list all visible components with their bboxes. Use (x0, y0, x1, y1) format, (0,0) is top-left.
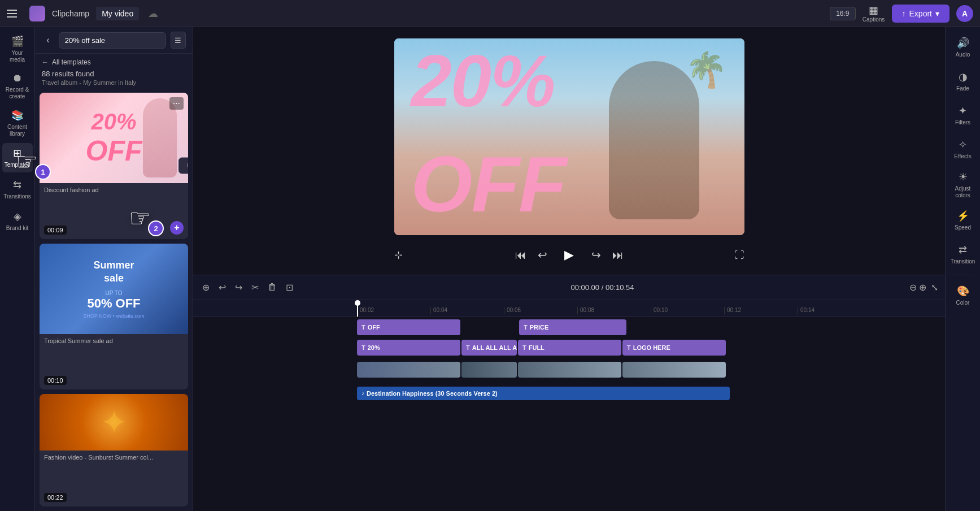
record-icon: ⏺ (12, 72, 23, 84)
sidebar-item-your-media[interactable]: 🎬 Your media (2, 32, 33, 67)
clip-off[interactable]: T OFF (357, 319, 460, 335)
left-sidebar: 🎬 Your media ⏺ Record & create 📚 Content… (0, 27, 35, 511)
template-card-summer[interactable]: Summer sale UP TO 50% OFF SHOP NOW • web… (40, 244, 188, 390)
adjust-colors-label: Adjust colors (950, 185, 976, 199)
clip-full[interactable]: T FULL (518, 340, 621, 356)
fade-label: Fade (956, 85, 969, 92)
ruler-mark: 00:12 (724, 307, 798, 314)
sidebar-item-record[interactable]: ⏺ Record & create (2, 69, 33, 103)
ruler-mark: 00:10 (651, 307, 724, 314)
crop-button[interactable]: ⊹ (394, 249, 403, 261)
right-sidebar-color[interactable]: 🎨 Color (948, 280, 978, 311)
forward-button[interactable]: ↪ (591, 248, 601, 262)
lock-button[interactable]: ⊡ (284, 280, 295, 295)
template-card-fashion[interactable]: 20% OFF ··· 00:09 + Discount fashion ad … (40, 93, 188, 239)
canvas-area: 🌴 20% OFF ⊹ ⏮ ↩ ▶ ↪ ⏭ ⛶ (193, 27, 945, 275)
add-media-button[interactable]: ⊕ (200, 280, 212, 295)
audio-clip[interactable]: ♪ Destination Happiness (30 Seconds Vers… (357, 387, 730, 400)
clip-20[interactable]: T 20% (357, 340, 460, 356)
right-sidebar-filters[interactable]: ✦ Filters (948, 99, 978, 131)
sidebar-divider (952, 275, 974, 275)
video-clip-2[interactable] (461, 362, 517, 378)
templates-icon: ⊞ (13, 147, 21, 159)
video-thumb-3 (518, 362, 621, 378)
zoom-out-button[interactable]: ⊖ (909, 282, 917, 293)
fashion-text-20: 20% (91, 109, 136, 135)
sidebar-item-templates[interactable]: ⊞ Templates (2, 143, 33, 172)
clip-logo[interactable]: T LOGO HERE (622, 340, 726, 356)
video-clip-3[interactable] (518, 362, 621, 378)
summer-sale-text: Summer sale (93, 259, 134, 285)
template-label: Tropical Summer sale ad (40, 334, 188, 348)
main-area: 🎬 Your media ⏺ Record & create 📚 Content… (0, 27, 980, 511)
hamburger-menu[interactable] (7, 6, 23, 21)
play-button[interactable]: ▶ (559, 244, 580, 266)
video-clip-4[interactable] (622, 362, 726, 378)
template-add-button[interactable]: + (170, 221, 184, 235)
fullscreen-button[interactable]: ⛶ (734, 249, 744, 261)
audio-clips: ♪ Destination Happiness (30 Seconds Vers… (357, 384, 945, 402)
music-note-icon: ♪ (361, 390, 364, 396)
ruler-mark: 00:06 (504, 307, 577, 314)
right-sidebar-speed[interactable]: ⚡ Speed (948, 205, 978, 236)
sidebar-item-transitions[interactable]: ⇆ Transitions (2, 175, 33, 204)
filter-button[interactable]: ☰ (171, 32, 186, 49)
template-label: Discount fashion ad (40, 183, 188, 197)
sidebar-item-label: Transitions (3, 193, 31, 200)
right-sidebar-effects[interactable]: ✧ Effects (948, 133, 978, 165)
fifty-off-text: 50% OFF (87, 296, 140, 311)
timeline-tracks: T OFF T PRICE (193, 317, 945, 512)
video-thumb-2 (461, 362, 517, 378)
sidebar-item-brand-kit[interactable]: ◈ Brand kit (2, 206, 33, 236)
export-button[interactable]: ↑ Export ▾ (892, 5, 949, 23)
template-menu-button[interactable]: ··· (169, 97, 184, 110)
app-logo (29, 6, 45, 21)
right-sidebar-adjust-colors[interactable]: ☀ Adjust colors (948, 167, 978, 202)
template-card-sunburst[interactable]: ✦ 00:22 Fashion video - Sunburst Summer … (40, 394, 188, 506)
zoom-in-button[interactable]: ⊕ (919, 282, 926, 293)
text-clip-icon: T (466, 344, 470, 351)
right-sidebar-transition[interactable]: ⇄ Transition (948, 239, 978, 270)
captions-button[interactable]: ▦ Captions (863, 4, 885, 23)
rewind-button[interactable]: ↩ (538, 248, 547, 262)
color-icon: 🎨 (957, 285, 969, 297)
right-sidebar-fade[interactable]: ◑ Fade (948, 66, 978, 97)
video-title[interactable]: My video (96, 7, 139, 20)
skip-forward-button[interactable]: ⏭ (612, 249, 624, 262)
timeline-ruler: 00:02 00:04 00:06 00:08 00:10 00:12 00:1… (193, 300, 945, 317)
content-library-icon: 📚 (11, 109, 24, 122)
cut-button[interactable]: ✂ (249, 280, 261, 295)
template-thumb-fashion: 20% OFF (40, 93, 188, 183)
template-thumb-sunburst: ✦ (40, 394, 188, 451)
video-track-row (193, 358, 945, 382)
app-title: Clipchamp (52, 9, 89, 18)
timeline-expand-button[interactable]: ⤡ (931, 282, 938, 293)
template-thumb-summer: Summer sale UP TO 50% OFF SHOP NOW • web… (40, 244, 188, 334)
panel-results-header: ← All templates 88 results found Travel … (35, 54, 193, 88)
panel-header: ‹ ☰ (35, 27, 193, 54)
sidebar-item-label: Brand kit (6, 225, 28, 232)
all-templates-back-link[interactable]: ← All templates (42, 58, 186, 66)
aspect-ratio-selector[interactable]: 16:9 (830, 7, 855, 20)
user-avatar[interactable]: A (956, 5, 973, 22)
search-input[interactable] (59, 32, 166, 49)
fade-icon: ◑ (959, 71, 968, 83)
delete-button[interactable]: 🗑 (265, 280, 279, 295)
sidebar-item-label: Your media (5, 50, 31, 63)
sidebar-item-content-library[interactable]: 📚 Content library (2, 106, 33, 141)
timeline-playhead[interactable] (357, 300, 358, 317)
back-arrow-icon: ← (42, 58, 49, 66)
video-clip-1[interactable] (357, 362, 460, 378)
shop-now-text: SHOP NOW • website.com (83, 313, 144, 319)
all-templates-label: All templates (52, 58, 91, 66)
undo-button[interactable]: ↩ (216, 280, 228, 295)
filters-icon: ✦ (959, 105, 967, 117)
redo-button[interactable]: ↪ (233, 280, 245, 295)
color-label: Color (956, 300, 970, 306)
panel-back-button[interactable]: ‹ (42, 33, 54, 47)
clip-all[interactable]: T ALL ALL ALL A (461, 340, 517, 356)
right-sidebar-audio[interactable]: 🔊 Audio (948, 32, 978, 63)
skip-back-button[interactable]: ⏮ (515, 249, 526, 262)
clip-price[interactable]: T PRICE (519, 319, 626, 335)
text-clip-icon: T (524, 324, 528, 331)
